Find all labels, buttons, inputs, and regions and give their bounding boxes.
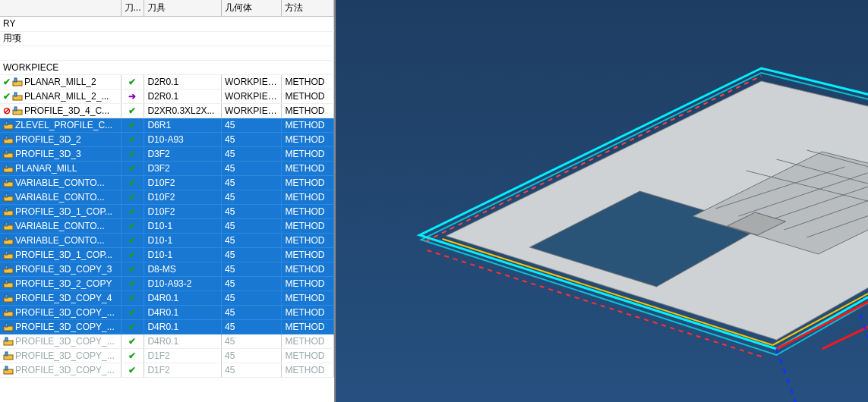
col-header-geometry[interactable]: 几何体 (221, 0, 282, 17)
operation-name: PROFILE_3D_COPY_... (15, 350, 115, 361)
operation-name: PROFILE_3D_COPY_... (15, 307, 115, 318)
tree-blank-row (0, 46, 334, 60)
tree-root-row2[interactable]: 用项 (0, 31, 334, 46)
knife-check-icon: ✔ (128, 134, 136, 145)
cell-method: METHOD (282, 305, 334, 319)
knife-check-icon: ✔ (128, 163, 136, 174)
cell-method: METHOD (282, 233, 334, 247)
operation-name: VARIABLE_CONTO... (15, 221, 105, 231)
cell-method: METHOD (282, 161, 334, 175)
cell-tool: D1F2 (144, 348, 222, 363)
operation-icon (3, 235, 14, 246)
knife-check-icon: ✔ (128, 350, 136, 361)
cell-geo: 45 (221, 161, 282, 175)
operation-name: PLANAR_MILL (15, 163, 77, 174)
cell-method: METHOD (282, 204, 334, 218)
operation-row[interactable]: PROFILE_3D_COPY_...✔D4R0.145METHOD (0, 305, 334, 319)
graphics-viewport[interactable]: ZM (336, 0, 868, 402)
knife-check-icon: ✔ (128, 177, 136, 188)
svg-rect-29 (5, 280, 8, 284)
operation-icon (12, 91, 23, 102)
cell-tool: D1F2 (144, 363, 222, 377)
workpiece-row[interactable]: WORKPIECE (0, 60, 334, 74)
svg-rect-25 (5, 251, 8, 255)
tree-root-row[interactable]: RY (0, 17, 334, 31)
operation-name: VARIABLE_CONTO... (15, 192, 105, 203)
cell-tool: D2R0.1 (144, 89, 222, 103)
operation-row[interactable]: PROFILE_3D_2✔D10-A9345METHOD (0, 132, 334, 146)
operation-icon (3, 134, 14, 145)
operation-icon (3, 264, 14, 275)
operation-icon (3, 307, 14, 318)
operation-row[interactable]: PROFILE_3D_2_COPY✔D10-A93-245METHOD (0, 276, 334, 291)
cell-tool: D10-A93-2 (144, 276, 222, 291)
operation-row[interactable]: VARIABLE_CONTO...✔D10F245METHOD (0, 175, 334, 190)
cell-method: METHOD (282, 363, 334, 377)
operation-icon (3, 336, 14, 347)
operation-row[interactable]: PLANAR_MILL✔D3F245METHOD (0, 161, 334, 175)
knife-check-icon: ✔ (128, 336, 136, 347)
operation-row[interactable]: PROFILE_3D_3✔D3F245METHOD (0, 146, 334, 161)
operation-row[interactable]: PROFILE_3D_1_COP...✔D10-145METHOD (0, 247, 334, 262)
col-header-method[interactable]: 方法 (282, 0, 334, 17)
knife-check-icon: ✔ (128, 105, 136, 116)
knife-check-icon: ✔ (128, 149, 136, 159)
operation-name: PROFILE_3D_2_COPY (15, 278, 112, 289)
operation-row[interactable]: PROFILE_3D_COPY_4✔D4R0.145METHOD (0, 291, 334, 305)
operation-row[interactable]: PROFILE_3D_COPY_...✔D1F245METHOD (0, 363, 334, 377)
svg-line-52 (860, 315, 869, 379)
operation-name: PROFILE_3D_COPY_... (15, 322, 115, 332)
operation-row[interactable]: ⊘PROFILE_3D_4_C...✔D2XR0.3XL2X...WORKPIE… (0, 103, 334, 118)
operation-row[interactable]: ZLEVEL_PROFILE_C...✔D6R145METHOD (0, 118, 334, 132)
cell-tool: D4R0.1 (144, 319, 222, 334)
header-row[interactable]: 刀... 刀具 几何体 方法 (0, 0, 334, 17)
svg-rect-37 (5, 338, 8, 341)
svg-rect-5 (14, 107, 17, 111)
operation-row[interactable]: ✔PLANAR_MILL_2✔D2R0.1WORKPIECEMETHOD (0, 74, 334, 89)
operation-row[interactable]: ✔PLANAR_MILL_2_...➜D2R0.1WORKPIECEMETHOD (0, 89, 334, 103)
cell-geo: WORKPIECE (221, 89, 282, 103)
operation-row[interactable]: PROFILE_3D_COPY_...✔D4R0.145METHOD (0, 319, 334, 334)
cell-tool: D10F2 (144, 175, 222, 190)
cell-tool: D4R0.1 (144, 291, 222, 305)
svg-rect-33 (5, 309, 8, 312)
cell-tool: D4R0.1 (144, 305, 222, 319)
knife-check-icon: ✔ (128, 250, 136, 260)
operation-name: PROFILE_3D_COPY_3 (15, 264, 112, 275)
knife-check-icon: ✔ (128, 278, 136, 289)
col-header-tool[interactable]: 刀具 (144, 0, 222, 17)
svg-rect-35 (5, 323, 8, 327)
operation-name: PLANAR_MILL_2_... (24, 91, 109, 102)
cell-method: METHOD (282, 334, 334, 348)
operation-row[interactable]: VARIABLE_CONTO...✔D10-145METHOD (0, 233, 334, 247)
cell-geo: 45 (221, 233, 282, 247)
cell-method: METHOD (282, 319, 334, 334)
col-header-name[interactable] (0, 0, 121, 17)
cell-method: METHOD (282, 291, 334, 305)
operation-scroll[interactable]: RY 用项 WORKPIECE ✔PLANAR_MILL_2✔D2R0.1WOR… (0, 17, 334, 402)
operation-name: VARIABLE_CONTO... (15, 235, 105, 246)
operation-row[interactable]: VARIABLE_CONTO...✔D10F245METHOD (0, 190, 334, 204)
operation-table[interactable]: RY 用项 WORKPIECE ✔PLANAR_MILL_2✔D2R0.1WOR… (0, 17, 334, 378)
col-header-knife[interactable]: 刀... (121, 0, 144, 17)
knife-check-icon: ✔ (128, 235, 136, 246)
knife-check-icon: ✔ (128, 307, 136, 318)
operation-row[interactable]: PROFILE_3D_COPY_3✔D8-MS45METHOD (0, 262, 334, 276)
operation-icon (3, 149, 14, 159)
knife-check-icon: ✔ (128, 293, 136, 303)
cell-geo: 45 (221, 204, 282, 218)
cell-method: METHOD (282, 218, 334, 233)
operation-icon (3, 177, 14, 188)
operation-row[interactable]: PROFILE_3D_COPY_...✔D1F245METHOD (0, 348, 334, 363)
cell-method: METHOD (282, 175, 334, 190)
operation-row[interactable]: PROFILE_3D_1_COP...✔D10F245METHOD (0, 204, 334, 218)
svg-rect-13 (5, 165, 8, 168)
cell-geo: 45 (221, 348, 282, 363)
svg-rect-7 (5, 121, 8, 125)
operation-row[interactable]: PROFILE_3D_COPY_...✔D4R0.145METHOD (0, 334, 334, 348)
operation-row[interactable]: VARIABLE_CONTO...✔D10-145METHOD (0, 218, 334, 233)
model-view-svg: ZM (336, 0, 868, 402)
knife-check-icon: ✔ (128, 192, 136, 203)
operation-name: PROFILE_3D_1_COP... (15, 206, 112, 217)
operation-icon (3, 293, 14, 303)
